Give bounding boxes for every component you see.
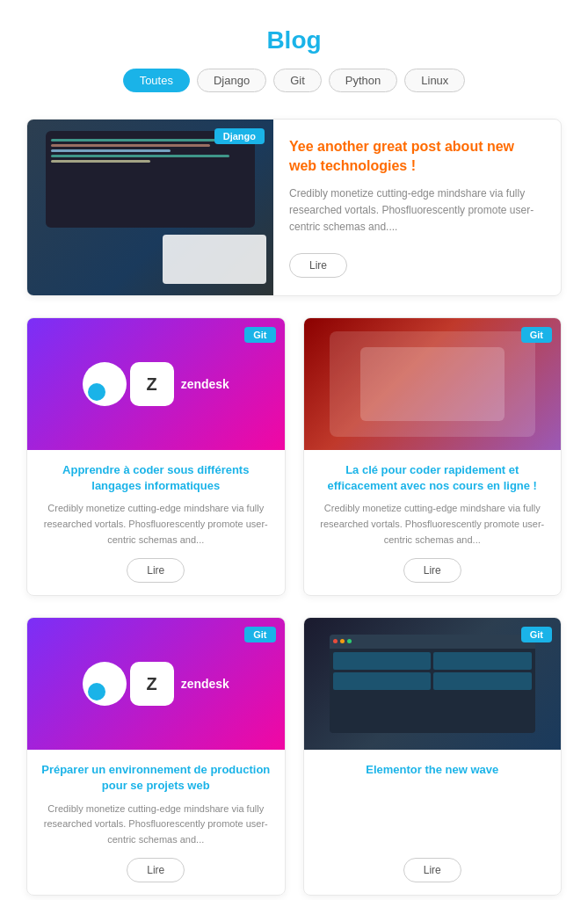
zendesk-circle-icon <box>83 362 127 406</box>
el-block-4 <box>433 672 532 690</box>
zendesk-logo: Z zendesk <box>83 362 229 406</box>
grid-card-0-badge: Git <box>244 327 275 343</box>
grid-card-1-excerpt: Credibly monetize cutting-edge mindshare… <box>316 501 549 548</box>
grid-card-1: Git La clé pour coder rapidement et effi… <box>303 317 563 596</box>
featured-badge: Django <box>214 128 265 144</box>
grid-card-0: Git Z zendesk Apprendre à coder sous dif… <box>26 317 286 596</box>
zendesk-text-sm: zendesk <box>181 677 229 691</box>
featured-card: Django Yee another great post about new … <box>26 119 562 296</box>
featured-card-content: Yee another great post about new web tec… <box>273 120 561 295</box>
grid-card-1-title: La clé pour coder rapidement et efficace… <box>316 462 549 494</box>
filter-btn-django[interactable]: Django <box>197 69 266 92</box>
bottom-card-1-badge: Git <box>521 627 552 642</box>
bottom-card-0-read-button[interactable]: Lire <box>127 858 185 882</box>
el-block-1 <box>333 652 432 670</box>
code-line-3 <box>51 149 171 152</box>
tablets-inner <box>360 347 505 421</box>
grid-card-0-read-button[interactable]: Lire <box>127 558 185 583</box>
el-dot-red <box>333 639 338 643</box>
grid-card-1-read-button[interactable]: Lire <box>403 558 461 583</box>
bottom-card-1-content: Elementor the new wave Lire <box>304 750 562 895</box>
el-dot-green <box>347 639 352 643</box>
bottom-card-0-image: Git Z zendesk <box>27 618 285 750</box>
featured-read-button[interactable]: Lire <box>289 253 347 278</box>
bottom-card-0-content: Préparer un environnement de production … <box>27 750 285 895</box>
filter-btn-toutes[interactable]: Toutes <box>123 69 190 92</box>
grid-card-1-badge: Git <box>521 327 552 343</box>
bottom-card-1-excerpt <box>316 785 549 847</box>
code-window <box>46 131 255 228</box>
filter-btn-git[interactable]: Git <box>273 69 322 92</box>
zendesk-logo-sm: Z zendesk <box>83 662 229 706</box>
featured-card-image: Django <box>27 120 273 295</box>
cards-grid-row2: Git Z zendesk Préparer un environnement … <box>26 617 562 896</box>
featured-card-title: Yee another great post about new web tec… <box>289 137 545 177</box>
bottom-card-0: Git Z zendesk Préparer un environnement … <box>26 617 286 896</box>
bottom-card-1: Git Elementor the new wave Lire <box>303 617 563 896</box>
featured-card-excerpt: Credibly monetize cutting-edge mindshare… <box>289 185 545 236</box>
small-preview-window <box>163 235 266 284</box>
bottom-card-0-title: Préparer un environnement de production … <box>40 762 272 794</box>
page-title: Blog <box>26 26 562 54</box>
filter-bar: Toutes Django Git Python Linux <box>26 69 562 92</box>
bottom-card-1-title: Elementor the new wave <box>316 762 549 778</box>
tablets-placeholder <box>330 331 535 437</box>
el-header <box>330 635 535 649</box>
zendesk-text: zendesk <box>181 377 229 391</box>
cards-grid-row1: Git Z zendesk Apprendre à coder sous dif… <box>26 317 562 596</box>
el-block-2 <box>433 652 532 670</box>
grid-card-0-content: Apprendre à coder sous différents langag… <box>27 450 285 595</box>
grid-card-0-excerpt: Credibly monetize cutting-edge mindshare… <box>40 501 272 548</box>
filter-btn-python[interactable]: Python <box>329 69 397 92</box>
zendesk-circle-sm-icon <box>83 662 127 706</box>
bottom-card-0-badge: Git <box>244 627 275 642</box>
featured-img-wrap <box>27 120 273 295</box>
el-block-3 <box>333 672 432 690</box>
el-body <box>330 649 535 693</box>
grid-card-0-image: Git Z zendesk <box>27 318 285 450</box>
bottom-card-0-excerpt: Credibly monetize cutting-edge mindshare… <box>40 802 272 848</box>
grid-card-1-content: La clé pour coder rapidement et efficace… <box>304 450 562 595</box>
elementor-screen <box>330 635 535 734</box>
code-line-5 <box>51 160 150 163</box>
zendesk-square-sm-icon: Z <box>130 662 174 706</box>
filter-btn-linux[interactable]: Linux <box>404 69 465 92</box>
code-line-2 <box>51 144 210 147</box>
grid-card-1-image: Git <box>304 318 562 450</box>
el-dot-yellow <box>340 639 345 643</box>
bottom-card-1-read-button[interactable]: Lire <box>403 858 461 882</box>
code-line-4 <box>51 155 229 157</box>
bottom-card-1-image: Git <box>304 618 562 750</box>
grid-card-0-title: Apprendre à coder sous différents langag… <box>40 462 272 494</box>
zendesk-square-icon: Z <box>130 362 174 406</box>
